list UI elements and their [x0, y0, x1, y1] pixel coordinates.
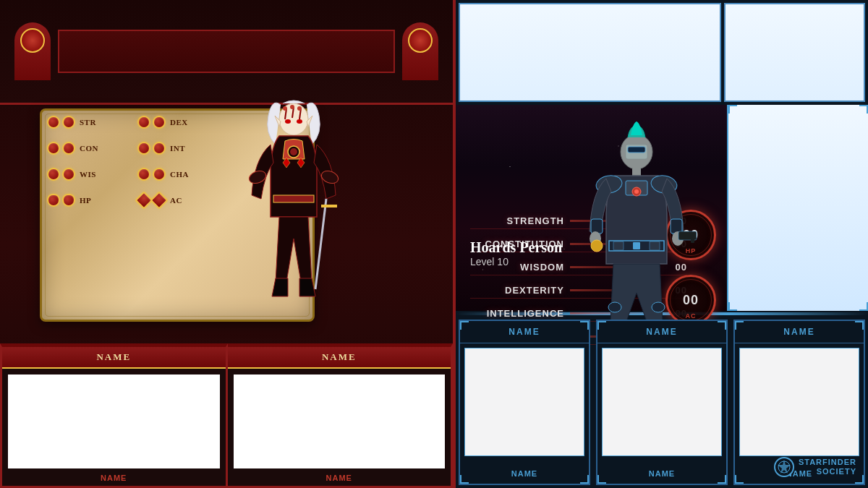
pathfinder-name-boxes: NAME NAME NAME NAME	[0, 343, 453, 488]
sf-name-box-2-header: NAME	[597, 321, 726, 343]
sf-nb2-corner-tl	[597, 321, 606, 330]
svg-point-12	[290, 148, 297, 155]
svg-rect-32	[591, 219, 603, 234]
name-box-1-footer: NAME	[2, 474, 226, 482]
sf-starfield-panel: STRENGTH 00 CONSTITUTION 00 WISDOM 00	[456, 105, 727, 311]
svg-point-6	[297, 106, 302, 111]
bubble-int-2	[153, 142, 166, 155]
stat-cha: CHA	[137, 168, 213, 181]
sf-name-box-2: NAME NAME	[596, 320, 728, 485]
stat-con-label: CON	[80, 144, 98, 153]
character-art-left	[221, 87, 366, 333]
sf-name-box-3-header: NAME	[735, 321, 864, 343]
stat-int-bubbles	[137, 142, 166, 155]
sf-nb2-corner-tr	[718, 321, 726, 330]
bubble-hp-1	[47, 194, 60, 207]
starfinder-panel: STRENGTH 00 CONSTITUTION 00 WISDOM 00	[456, 0, 868, 488]
bubble-con-2	[62, 142, 75, 155]
svg-rect-24	[632, 168, 641, 176]
name-box-2-content[interactable]	[234, 374, 446, 468]
sf-society-icon	[773, 456, 795, 478]
scroll-ornament-right	[402, 22, 438, 80]
svg-point-44	[634, 189, 639, 194]
svg-point-4	[283, 106, 287, 111]
name-box-1-header: NAME	[2, 347, 226, 369]
svg-point-42	[591, 240, 603, 252]
sf-name-box-1-footer: NAME	[460, 469, 589, 478]
bubble-str-2	[62, 116, 75, 129]
scroll-ornament-left	[14, 22, 51, 80]
bubble-ac-2	[150, 191, 168, 209]
svg-rect-31	[650, 241, 660, 250]
stat-dex-label: DEX	[170, 118, 188, 127]
sf-name-box-2-content[interactable]	[602, 348, 722, 456]
bubble-wis-2	[62, 168, 75, 181]
stat-wis-label: WIS	[80, 170, 96, 179]
bubble-int-1	[137, 142, 150, 155]
sf-name-box-3-content[interactable]	[739, 348, 859, 456]
sf-name-box-1-content[interactable]	[464, 348, 584, 456]
stat-dex: DEX	[137, 116, 213, 129]
stat-int-label: INT	[170, 144, 185, 153]
sf-mid-sidebar	[727, 105, 868, 311]
stat-con: CON	[47, 142, 123, 155]
pathfinder-name-box-1: NAME NAME	[0, 343, 228, 488]
sf-top-right-panel	[724, 3, 865, 102]
stat-con-bubbles	[47, 142, 75, 155]
bubble-cha-1	[137, 168, 150, 181]
stat-str-bubbles	[47, 116, 75, 129]
name-box-2-header: NAME	[228, 347, 451, 369]
svg-rect-23	[629, 147, 644, 152]
stat-hp-label: HP	[80, 196, 91, 205]
sf-society-line1: STARFINDER	[799, 458, 856, 466]
name-box-1-content[interactable]	[8, 374, 220, 468]
bubble-wis-1	[47, 168, 60, 181]
stat-ac: AC	[137, 194, 213, 207]
stat-hp-bubbles	[47, 194, 75, 207]
stat-wis: WIS	[47, 168, 123, 181]
sf-nb1-corner-tl	[460, 321, 469, 330]
svg-rect-37	[691, 237, 694, 243]
svg-rect-30	[613, 241, 624, 250]
sf-corner-bl	[728, 302, 737, 311]
pathfinder-panel: STR DEX CON	[0, 0, 456, 488]
stat-str-label: STR	[80, 118, 96, 127]
sf-corner-br	[859, 302, 868, 311]
pathfinder-name-box-2: NAME NAME	[228, 343, 454, 488]
bubble-hp-2	[62, 194, 75, 207]
svg-point-10	[297, 119, 302, 124]
name-box-2-footer: NAME	[228, 474, 451, 482]
bubble-dex-2	[153, 116, 166, 129]
sf-nb3-corner-tl	[735, 321, 744, 330]
sf-name-box-2-footer: NAME	[597, 469, 726, 478]
stat-wis-bubbles	[47, 168, 75, 181]
stat-ac-label: AC	[170, 196, 182, 205]
stat-str: STR	[47, 116, 123, 129]
svg-rect-13	[273, 195, 314, 202]
starfinder-society-badge: STARFINDER SOCIETY	[773, 456, 856, 478]
stat-cha-label: CHA	[170, 170, 189, 179]
sf-nb3-corner-tr	[855, 321, 864, 330]
stat-int: INT	[137, 142, 213, 155]
sf-name-box-1: NAME NAME	[459, 320, 590, 485]
stat-hp: HP	[47, 194, 123, 207]
character-svg-left	[221, 94, 366, 333]
bubble-str-1	[47, 116, 60, 129]
svg-point-38	[608, 302, 621, 312]
sf-corner-tl	[728, 105, 737, 114]
svg-point-39	[652, 302, 665, 312]
bubble-cha-2	[153, 168, 166, 181]
sf-mid-inner: STRENGTH 00 CONSTITUTION 00 WISDOM 00	[456, 105, 868, 311]
stat-ac-bubbles	[137, 194, 166, 207]
bubble-con-1	[47, 142, 60, 155]
bubble-dex-1	[137, 116, 150, 129]
sf-name-boxes: NAME NAME NAME NAME NAME NAME	[456, 317, 868, 488]
sf-society-text: STARFINDER SOCIETY	[799, 458, 856, 476]
sf-level-label: Level	[470, 256, 494, 267]
svg-point-5	[290, 105, 294, 109]
sf-society-line2: SOCIETY	[817, 467, 856, 476]
sf-level-value: 10	[497, 256, 509, 267]
sf-name-box-3: NAME NAME STARFINDER SOCIETY	[733, 320, 865, 485]
sf-top-left-panel	[459, 3, 721, 102]
svg-point-9	[285, 119, 291, 124]
